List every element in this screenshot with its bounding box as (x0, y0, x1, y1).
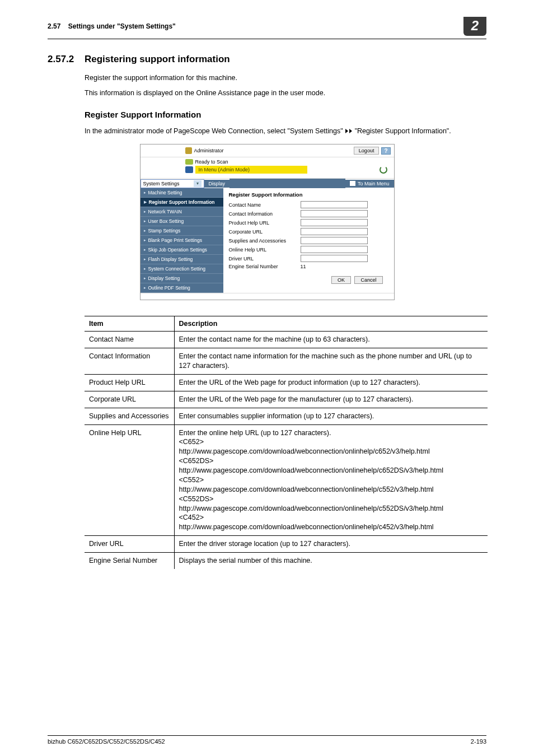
section-number: 2.57.2 (48, 54, 85, 65)
page-footer: bizhub C652/C652DS/C552/C552DS/C452 2-19… (48, 735, 486, 745)
subsection-title: Register Support Information (85, 110, 486, 119)
section-title: Registering support information (85, 54, 230, 65)
arrow-icon (349, 129, 352, 133)
field-label-supplies: Supplies and Accessories (229, 238, 301, 244)
page-header: 2.57 Settings under "System Settings" 2 (48, 17, 486, 39)
shot-status-area: Ready to Scan In Menu (Admin Mode) (140, 157, 394, 179)
cell-desc: Enter the URL of the Web page for produc… (174, 374, 488, 391)
nav-item-stamp[interactable]: ▸Stamp Settings (140, 226, 223, 236)
cell-item: Contact Information (85, 348, 174, 375)
ready-label: Ready to Scan (195, 159, 228, 165)
field-label-online-help: Online Help URL (229, 247, 301, 253)
th-item: Item (85, 316, 174, 332)
footer-left: bizhub C652/C652DS/C552/C552DS/C452 (48, 738, 165, 745)
header-section-label: 2.57 Settings under "System Settings" (48, 22, 176, 30)
field-label-contact-info: Contact Information (229, 211, 301, 217)
table-row: Engine Serial NumberDisplays the serial … (85, 553, 488, 569)
intro-paragraph-1: Register the support information for thi… (85, 73, 486, 83)
input-contact-info[interactable] (301, 210, 368, 217)
table-row: Corporate URLEnter the URL of the Web pa… (85, 391, 488, 408)
input-online-help[interactable] (301, 246, 368, 253)
description-table: Item Description Contact NameEnter the c… (85, 316, 488, 569)
table-row: Product Help URLEnter the URL of the Web… (85, 374, 488, 391)
intro-paragraph-2: This information is displayed on the Onl… (85, 88, 486, 99)
nav-item-network-twain[interactable]: ▸Network TWAIN (140, 207, 223, 217)
cell-desc: Enter the online help URL (up to 127 cha… (174, 424, 488, 536)
category-select[interactable]: System Settings ▾ (140, 179, 204, 188)
input-contact-name[interactable] (301, 201, 368, 208)
form-panel: Register Support Information Contact Nam… (223, 188, 394, 293)
cell-item: Driver URL (85, 536, 174, 553)
display-button[interactable]: Display (204, 180, 230, 188)
subsection-body-suffix: "Register Support Information". (355, 127, 451, 135)
cell-item: Corporate URL (85, 391, 174, 408)
category-select-value: System Settings (143, 181, 180, 186)
cell-item: Contact Name (85, 332, 174, 348)
nav-item-outline-pdf[interactable]: ▸Outline PDF Setting (140, 283, 223, 293)
form-title: Register Support Information (229, 192, 388, 198)
admin-icon (185, 147, 192, 154)
shot-top-bar: Administrator Logout ? (140, 144, 394, 157)
chapter-badge: 2 (463, 17, 486, 36)
shot-toolbar: System Settings ▾ Display To Main Menu (140, 179, 394, 188)
header-section-text: Settings under "System Settings" (68, 22, 176, 30)
nav-item-system-connection[interactable]: ▸System Connection Setting (140, 264, 223, 274)
field-label-driver-url: Driver URL (229, 256, 301, 262)
screenshot: Administrator Logout ? Ready to Scan In … (140, 144, 395, 300)
field-label-contact-name: Contact Name (229, 202, 301, 208)
cell-desc: Enter the URL of the Web page for the ma… (174, 391, 488, 408)
nav-item-user-box[interactable]: ▸User Box Setting (140, 217, 223, 226)
nav-item-display-setting[interactable]: ▸Display Setting (140, 274, 223, 283)
section-intro: Register the support information for thi… (85, 73, 486, 99)
nav-item-flash-display[interactable]: ▸Flash Display Setting (140, 255, 223, 264)
cell-item: Supplies and Accessories (85, 408, 174, 424)
table-row: Supplies and AccessoriesEnter consumable… (85, 408, 488, 424)
nav-item-register-support[interactable]: ▶Register Support Information (140, 198, 223, 207)
table-row: Contact NameEnter the contact name for t… (85, 332, 488, 348)
nav-item-skip-job[interactable]: ▸Skip Job Operation Settings (140, 245, 223, 255)
cell-desc: Enter the driver storage location (up to… (174, 536, 488, 553)
table-row: Driver URLEnter the driver storage locat… (85, 536, 488, 553)
input-supplies[interactable] (301, 237, 368, 244)
field-label-serial: Engine Serial Number (229, 264, 301, 269)
help-button[interactable]: ? (381, 147, 390, 155)
menu-status-icon (185, 166, 193, 173)
cancel-button[interactable]: Cancel (354, 276, 382, 284)
admin-mode-banner: In Menu (Admin Mode) (195, 166, 307, 174)
cell-desc: Enter the contact name for the machine (… (174, 332, 488, 348)
logout-button[interactable]: Logout (354, 147, 380, 155)
table-row: Online Help URLEnter the online help URL… (85, 424, 488, 536)
header-section-ref: 2.57 (48, 22, 60, 30)
cell-desc: Enter the contact name information for t… (174, 348, 488, 375)
admin-label: Administrator (194, 148, 224, 153)
cell-desc: Enter consumables supplier information (… (174, 408, 488, 424)
th-description: Description (174, 316, 488, 332)
to-main-menu-button[interactable]: To Main Menu (345, 180, 394, 188)
ok-button[interactable]: OK (331, 276, 351, 284)
to-main-menu-label: To Main Menu (358, 181, 390, 186)
cell-item: Online Help URL (85, 424, 174, 536)
section-heading: 2.57.2 Registering support information (48, 54, 486, 65)
nav-item-machine-setting[interactable]: ▸Machine Setting (140, 188, 223, 198)
nav-item-blank-page[interactable]: ▸Blank Page Print Settings (140, 236, 223, 245)
input-corporate-url[interactable] (301, 228, 368, 235)
input-product-help[interactable] (301, 219, 368, 226)
cell-item: Product Help URL (85, 374, 174, 391)
chevron-down-icon: ▾ (194, 180, 202, 187)
cell-desc: Displays the serial number of this machi… (174, 553, 488, 569)
arrow-icon (345, 129, 348, 133)
serial-value: 11 (301, 264, 306, 269)
field-label-corporate-url: Corporate URL (229, 229, 301, 235)
subsection-body: In the administrator mode of PageScope W… (85, 126, 486, 137)
refresh-icon[interactable] (380, 166, 387, 174)
field-label-product-help: Product Help URL (229, 220, 301, 226)
input-driver-url[interactable] (301, 255, 368, 262)
printer-status-icon (185, 159, 193, 165)
footer-right: 2-193 (471, 738, 486, 745)
side-nav: ▸Machine Setting ▶Register Support Infor… (140, 188, 223, 293)
table-row: Contact InformationEnter the contact nam… (85, 348, 488, 375)
subsection-body-prefix: In the administrator mode of PageScope W… (85, 127, 345, 135)
main-menu-icon (350, 181, 355, 186)
cell-item: Engine Serial Number (85, 553, 174, 569)
